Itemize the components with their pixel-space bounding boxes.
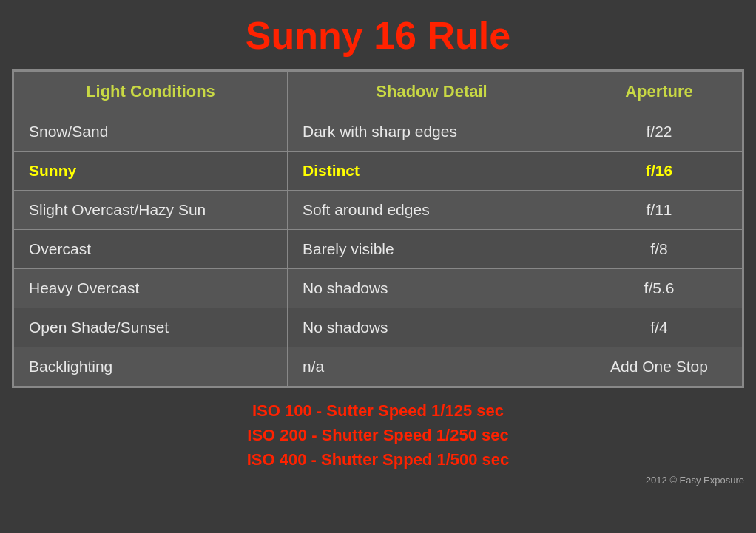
cell-aperture: f/8 [576, 230, 743, 269]
cell-shadow: Barely visible [288, 230, 576, 269]
cell-condition: Overcast [14, 230, 288, 269]
footer-notes: ISO 100 - Sutter Speed 1/125 sec ISO 200… [0, 398, 756, 472]
cell-aperture: Add One Stop [576, 347, 743, 387]
header-light-conditions: Light Conditions [14, 72, 288, 112]
cell-aperture: f/5.6 [576, 269, 743, 308]
table-row: SunnyDistinctf/16 [14, 152, 743, 191]
cell-shadow: Dark with sharp edges [288, 112, 576, 152]
table-header-row: Light Conditions Shadow Detail Aperture [14, 72, 743, 112]
page-title: Sunny 16 Rule [0, 13, 756, 58]
header-shadow-detail: Shadow Detail [288, 72, 576, 112]
cell-shadow: Distinct [288, 152, 576, 191]
table-row: Heavy OvercastNo shadowsf/5.6 [14, 269, 743, 308]
table-row: Snow/SandDark with sharp edgesf/22 [14, 112, 743, 152]
table-row: Backlightingn/aAdd One Stop [14, 347, 743, 387]
cell-condition: Backlighting [14, 347, 288, 387]
iso-line-2: ISO 200 - Shutter Speed 1/250 sec [0, 423, 756, 447]
cell-condition: Slight Overcast/Hazy Sun [14, 191, 288, 230]
table-row: Slight Overcast/Hazy SunSoft around edge… [14, 191, 743, 230]
cell-condition: Heavy Overcast [14, 269, 288, 308]
cell-aperture: f/4 [576, 308, 743, 347]
cell-aperture: f/22 [576, 112, 743, 152]
header-aperture: Aperture [576, 72, 743, 112]
main-table-wrapper: Light Conditions Shadow Detail Aperture … [12, 69, 744, 388]
iso-line-1: ISO 100 - Sutter Speed 1/125 sec [0, 398, 756, 423]
copyright-text: 2012 © Easy Exposure [12, 475, 744, 486]
cell-aperture: f/11 [576, 191, 743, 230]
table-row: Open Shade/SunsetNo shadowsf/4 [14, 308, 743, 347]
iso-line-3: ISO 400 - Shutter Spped 1/500 sec [0, 447, 756, 472]
cell-shadow: n/a [288, 347, 576, 387]
cell-shadow: No shadows [288, 269, 576, 308]
cell-condition: Open Shade/Sunset [14, 308, 288, 347]
cell-shadow: Soft around edges [288, 191, 576, 230]
cell-condition: Sunny [14, 152, 288, 191]
table-row: OvercastBarely visiblef/8 [14, 230, 743, 269]
cell-shadow: No shadows [288, 308, 576, 347]
cell-condition: Snow/Sand [14, 112, 288, 152]
cell-aperture: f/16 [576, 152, 743, 191]
sunny16-table: Light Conditions Shadow Detail Aperture … [13, 71, 743, 387]
